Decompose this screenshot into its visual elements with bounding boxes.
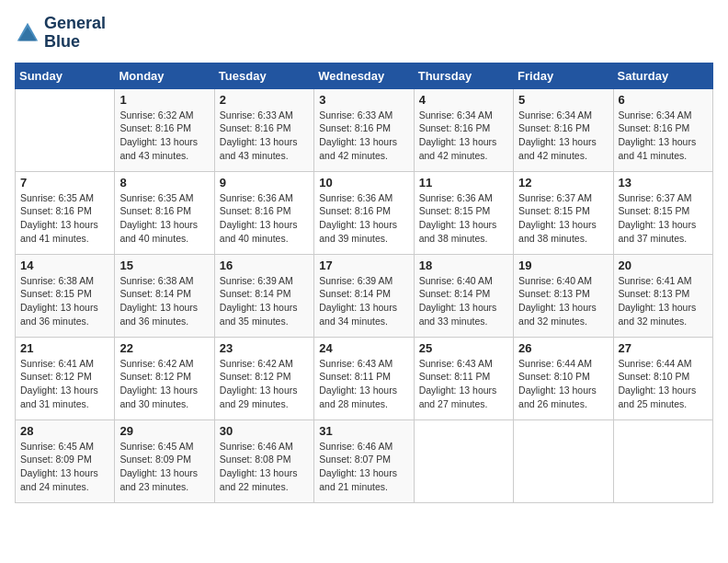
- calendar-cell: 24Sunrise: 6:43 AM Sunset: 8:11 PM Dayli…: [314, 337, 414, 419]
- day-info: Sunrise: 6:34 AM Sunset: 8:16 PM Dayligh…: [518, 109, 608, 163]
- day-number: 11: [419, 176, 508, 190]
- calendar-cell: 4Sunrise: 6:34 AM Sunset: 8:16 PM Daylig…: [414, 88, 513, 171]
- day-number: 8: [119, 176, 209, 190]
- calendar-cell: 30Sunrise: 6:46 AM Sunset: 8:08 PM Dayli…: [214, 419, 313, 502]
- day-info: Sunrise: 6:37 AM Sunset: 8:15 PM Dayligh…: [619, 191, 708, 246]
- weekday-header-sunday: Sunday: [16, 63, 115, 88]
- day-number: 23: [220, 341, 309, 355]
- day-info: Sunrise: 6:38 AM Sunset: 8:15 PM Dayligh…: [20, 274, 109, 328]
- day-info: Sunrise: 6:36 AM Sunset: 8:15 PM Dayligh…: [419, 191, 508, 246]
- calendar-cell: 5Sunrise: 6:34 AM Sunset: 8:16 PM Daylig…: [514, 88, 613, 171]
- weekday-header-monday: Monday: [115, 63, 214, 88]
- day-info: Sunrise: 6:33 AM Sunset: 8:16 PM Dayligh…: [220, 109, 309, 163]
- day-number: 1: [119, 93, 209, 107]
- calendar-cell: 29Sunrise: 6:45 AM Sunset: 8:09 PM Dayli…: [115, 419, 214, 502]
- day-number: 14: [20, 259, 109, 272]
- day-number: 30: [220, 424, 309, 438]
- calendar-cell: 16Sunrise: 6:39 AM Sunset: 8:14 PM Dayli…: [214, 254, 313, 337]
- day-number: 4: [419, 93, 508, 107]
- day-info: Sunrise: 6:42 AM Sunset: 8:12 PM Dayligh…: [119, 357, 209, 411]
- day-info: Sunrise: 6:44 AM Sunset: 8:10 PM Dayligh…: [518, 357, 608, 411]
- day-info: Sunrise: 6:42 AM Sunset: 8:12 PM Dayligh…: [220, 357, 309, 411]
- calendar-cell: 22Sunrise: 6:42 AM Sunset: 8:12 PM Dayli…: [115, 337, 214, 419]
- calendar-cell: 20Sunrise: 6:41 AM Sunset: 8:13 PM Dayli…: [613, 254, 712, 337]
- day-info: Sunrise: 6:33 AM Sunset: 8:16 PM Dayligh…: [319, 109, 408, 163]
- calendar-cell: 6Sunrise: 6:34 AM Sunset: 8:16 PM Daylig…: [613, 88, 712, 171]
- calendar-cell: 18Sunrise: 6:40 AM Sunset: 8:14 PM Dayli…: [414, 254, 513, 337]
- logo-text: General Blue: [44, 15, 106, 52]
- calendar-cell: 19Sunrise: 6:40 AM Sunset: 8:13 PM Dayli…: [514, 254, 613, 337]
- day-info: Sunrise: 6:46 AM Sunset: 8:07 PM Dayligh…: [319, 440, 408, 494]
- day-number: 12: [518, 176, 608, 190]
- weekday-header-tuesday: Tuesday: [214, 63, 313, 88]
- day-info: Sunrise: 6:35 AM Sunset: 8:16 PM Dayligh…: [20, 191, 109, 246]
- calendar-cell: 7Sunrise: 6:35 AM Sunset: 8:16 PM Daylig…: [16, 171, 115, 254]
- logo: General Blue: [15, 15, 106, 52]
- day-number: 7: [20, 176, 109, 190]
- day-number: 18: [419, 259, 508, 272]
- calendar-cell: [414, 419, 513, 502]
- day-info: Sunrise: 6:43 AM Sunset: 8:11 PM Dayligh…: [419, 357, 508, 411]
- day-info: Sunrise: 6:43 AM Sunset: 8:11 PM Dayligh…: [319, 357, 408, 411]
- calendar-cell: 3Sunrise: 6:33 AM Sunset: 8:16 PM Daylig…: [314, 88, 414, 171]
- day-info: Sunrise: 6:34 AM Sunset: 8:16 PM Dayligh…: [419, 109, 508, 163]
- day-number: 26: [518, 341, 608, 355]
- calendar-cell: 21Sunrise: 6:41 AM Sunset: 8:12 PM Dayli…: [16, 337, 115, 419]
- day-info: Sunrise: 6:32 AM Sunset: 8:16 PM Dayligh…: [119, 109, 209, 163]
- day-info: Sunrise: 6:40 AM Sunset: 8:13 PM Dayligh…: [518, 274, 608, 328]
- day-info: Sunrise: 6:39 AM Sunset: 8:14 PM Dayligh…: [220, 274, 309, 328]
- calendar-cell: 9Sunrise: 6:36 AM Sunset: 8:16 PM Daylig…: [214, 171, 313, 254]
- day-info: Sunrise: 6:46 AM Sunset: 8:08 PM Dayligh…: [220, 440, 309, 494]
- day-number: 6: [619, 93, 708, 107]
- day-number: 16: [220, 259, 309, 272]
- day-number: 3: [319, 93, 408, 107]
- calendar-cell: 8Sunrise: 6:35 AM Sunset: 8:16 PM Daylig…: [115, 171, 214, 254]
- calendar-cell: 12Sunrise: 6:37 AM Sunset: 8:15 PM Dayli…: [514, 171, 613, 254]
- day-info: Sunrise: 6:45 AM Sunset: 8:09 PM Dayligh…: [119, 440, 209, 494]
- weekday-header-saturday: Saturday: [613, 63, 712, 88]
- day-number: 2: [220, 93, 309, 107]
- day-info: Sunrise: 6:41 AM Sunset: 8:13 PM Dayligh…: [619, 274, 708, 328]
- day-number: 17: [319, 259, 408, 272]
- calendar-cell: 11Sunrise: 6:36 AM Sunset: 8:15 PM Dayli…: [414, 171, 513, 254]
- weekday-header-wednesday: Wednesday: [314, 63, 414, 88]
- day-number: 27: [619, 341, 708, 355]
- day-info: Sunrise: 6:39 AM Sunset: 8:14 PM Dayligh…: [319, 274, 408, 328]
- day-number: 28: [20, 424, 109, 438]
- calendar-cell: 2Sunrise: 6:33 AM Sunset: 8:16 PM Daylig…: [214, 88, 313, 171]
- day-info: Sunrise: 6:41 AM Sunset: 8:12 PM Dayligh…: [20, 357, 109, 411]
- day-info: Sunrise: 6:40 AM Sunset: 8:14 PM Dayligh…: [419, 274, 508, 328]
- page-header: General Blue: [15, 15, 713, 52]
- day-number: 9: [220, 176, 309, 190]
- calendar-cell: 13Sunrise: 6:37 AM Sunset: 8:15 PM Dayli…: [613, 171, 712, 254]
- day-number: 31: [319, 424, 408, 438]
- day-info: Sunrise: 6:36 AM Sunset: 8:16 PM Dayligh…: [319, 191, 408, 246]
- day-number: 10: [319, 176, 408, 190]
- calendar-cell: [16, 88, 115, 171]
- calendar-cell: 23Sunrise: 6:42 AM Sunset: 8:12 PM Dayli…: [214, 337, 313, 419]
- day-info: Sunrise: 6:35 AM Sunset: 8:16 PM Dayligh…: [119, 191, 209, 246]
- calendar-cell: 14Sunrise: 6:38 AM Sunset: 8:15 PM Dayli…: [16, 254, 115, 337]
- calendar-cell: [514, 419, 613, 502]
- day-number: 20: [619, 259, 708, 272]
- day-number: 22: [119, 341, 209, 355]
- day-info: Sunrise: 6:45 AM Sunset: 8:09 PM Dayligh…: [20, 440, 109, 494]
- day-info: Sunrise: 6:37 AM Sunset: 8:15 PM Dayligh…: [518, 191, 608, 246]
- day-info: Sunrise: 6:36 AM Sunset: 8:16 PM Dayligh…: [220, 191, 309, 246]
- day-number: 13: [619, 176, 708, 190]
- day-number: 29: [119, 424, 209, 438]
- day-number: 24: [319, 341, 408, 355]
- day-info: Sunrise: 6:38 AM Sunset: 8:14 PM Dayligh…: [119, 274, 209, 328]
- day-info: Sunrise: 6:44 AM Sunset: 8:10 PM Dayligh…: [619, 357, 708, 411]
- logo-icon: [15, 20, 40, 46]
- calendar-table: SundayMondayTuesdayWednesdayThursdayFrid…: [15, 63, 713, 503]
- day-number: 21: [20, 341, 109, 355]
- day-number: 19: [518, 259, 608, 272]
- calendar-cell: 15Sunrise: 6:38 AM Sunset: 8:14 PM Dayli…: [115, 254, 214, 337]
- day-number: 15: [119, 259, 209, 272]
- calendar-cell: [613, 419, 712, 502]
- calendar-cell: 31Sunrise: 6:46 AM Sunset: 8:07 PM Dayli…: [314, 419, 414, 502]
- calendar-cell: 25Sunrise: 6:43 AM Sunset: 8:11 PM Dayli…: [414, 337, 513, 419]
- calendar-cell: 1Sunrise: 6:32 AM Sunset: 8:16 PM Daylig…: [115, 88, 214, 171]
- calendar-cell: 10Sunrise: 6:36 AM Sunset: 8:16 PM Dayli…: [314, 171, 414, 254]
